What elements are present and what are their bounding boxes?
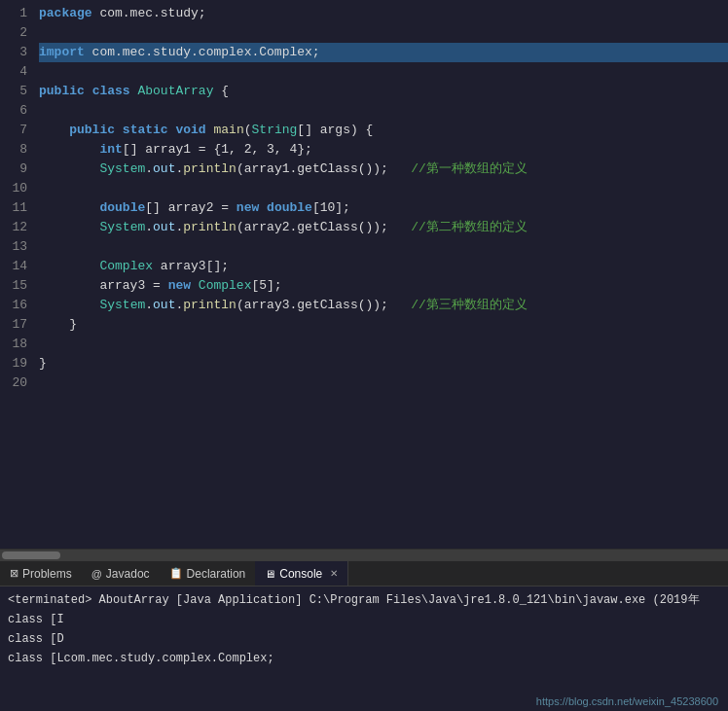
editor-area: 1234567891011121314151617181920 package …: [0, 0, 728, 560]
code-line: package com.mec.study;: [39, 4, 728, 23]
line-numbers: 1234567891011121314151617181920: [0, 4, 35, 549]
code-line: [39, 179, 728, 198]
tab-label-problems: Problems: [22, 567, 72, 581]
scrollbar-thumb[interactable]: [2, 551, 60, 559]
console-terminated-line: <terminated> AboutArray [Java Applicatio…: [8, 590, 720, 610]
code-line: }: [39, 315, 728, 335]
code-line: [39, 373, 728, 393]
bottom-panel: ⊠Problems@Javadoc📋Declaration🖥Console✕ <…: [0, 560, 728, 711]
code-content[interactable]: package com.mec.study; import com.mec.st…: [35, 4, 728, 549]
code-line: System.out.println(array1.getClass()); /…: [39, 160, 728, 179]
watermark: https://blog.csdn.net/weixin_45238600: [536, 695, 718, 707]
tab-label-console: Console: [279, 567, 322, 581]
tab-declaration[interactable]: 📋Declaration: [160, 561, 256, 586]
tab-label-declaration: Declaration: [187, 567, 246, 581]
console-output-line: class [I: [8, 610, 720, 629]
console-output: <terminated> AboutArray [Java Applicatio…: [0, 587, 728, 711]
tab-icon-problems: ⊠: [10, 567, 18, 580]
code-line: [39, 335, 728, 354]
code-line: array3 = new Complex[5];: [39, 276, 728, 296]
code-line: [39, 23, 728, 43]
code-line: Complex array3[];: [39, 257, 728, 276]
editor-scrollbar[interactable]: [0, 549, 728, 560]
tab-icon-javadoc: @: [91, 568, 102, 580]
code-line: import com.mec.study.complex.Complex;: [39, 43, 728, 62]
console-output-line: class [Lcom.mec.study.complex.Complex;: [8, 649, 720, 668]
code-line: System.out.println(array3.getClass()); /…: [39, 296, 728, 315]
tab-console[interactable]: 🖥Console✕: [255, 561, 348, 586]
console-output-line: class [D: [8, 629, 720, 649]
tab-label-javadoc: Javadoc: [106, 567, 150, 581]
tab-icon-console: 🖥: [265, 568, 275, 580]
code-line: double[] array2 = new double[10];: [39, 198, 728, 218]
code-container: 1234567891011121314151617181920 package …: [0, 0, 728, 549]
tab-icon-declaration: 📋: [169, 567, 183, 580]
code-line: public class AboutArray {: [39, 82, 728, 101]
tab-bar: ⊠Problems@Javadoc📋Declaration🖥Console✕: [0, 561, 728, 587]
tab-problems[interactable]: ⊠Problems: [0, 561, 82, 586]
tab-close-console[interactable]: ✕: [330, 568, 338, 579]
code-line: System.out.println(array2.getClass()); /…: [39, 218, 728, 237]
code-line: [39, 62, 728, 82]
code-line: int[] array1 = {1, 2, 3, 4};: [39, 140, 728, 160]
code-line: [39, 237, 728, 257]
code-line: public static void main(String[] args) {: [39, 121, 728, 140]
code-line: }: [39, 354, 728, 373]
tab-javadoc[interactable]: @Javadoc: [82, 561, 160, 586]
code-line: [39, 101, 728, 121]
